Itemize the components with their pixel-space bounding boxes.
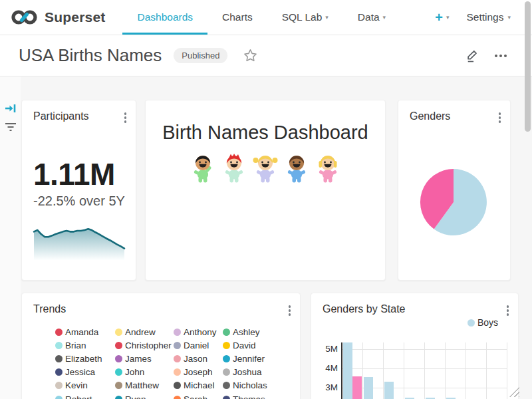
legend-label: Robert [65, 394, 92, 399]
legend-label: Ashley [233, 327, 260, 337]
legend-item-michael[interactable]: Michael [174, 379, 223, 392]
legend-item-matthew[interactable]: Matthew [115, 379, 174, 392]
legend-label: Christopher [125, 340, 172, 350]
legend-dot-icon [55, 396, 63, 399]
legend-item-christopher[interactable]: Christopher [115, 338, 174, 352]
trends-card: Trends AmandaAndrewAnthonyAshleyBrianChr… [21, 293, 301, 399]
nav-item-sql-lab[interactable]: SQL Lab▾ [267, 0, 343, 35]
kid-figure [283, 153, 310, 185]
legend-item-elizabeth[interactable]: Elizabeth [55, 352, 115, 365]
legend-label: Kevin [65, 380, 88, 390]
legend-label: Elizabeth [65, 354, 102, 364]
chart-menu-icon[interactable] [499, 110, 501, 123]
genders-pie-chart [419, 168, 488, 239]
gridline [383, 342, 384, 399]
legend-item-ryan[interactable]: Ryan [115, 392, 174, 399]
legend-item-robert[interactable]: Robert [55, 392, 115, 399]
published-badge[interactable]: Published [174, 48, 227, 63]
legend-label: James [125, 354, 152, 364]
page-title: USA Births Names [19, 45, 162, 66]
edit-pencil-icon[interactable] [465, 48, 480, 63]
legend-item-joshua[interactable]: Joshua [223, 366, 293, 379]
kid-figure [315, 153, 341, 185]
chart-menu-icon[interactable] [124, 110, 127, 123]
settings-menu-button[interactable]: Settings ▾ [466, 11, 511, 23]
legend-item-david[interactable]: David [223, 338, 293, 352]
dashboard-grid: Participants 1.11M -22.5% over 5Y Birth … [0, 76, 532, 399]
legend-item-amanda[interactable]: Amanda [55, 325, 115, 338]
legend-item-jennifer[interactable]: Jennifer [223, 352, 293, 365]
legend-item-ashley[interactable]: Ashley [223, 325, 293, 338]
nav-item-charts[interactable]: Charts [207, 0, 267, 35]
legend-label: Sarah [184, 394, 207, 399]
legend-item-anthony[interactable]: Anthony [174, 325, 223, 338]
scrollbar-thumb[interactable] [525, 1, 531, 132]
legend-dot-icon [55, 329, 63, 336]
legend-label: Boys [477, 317, 498, 328]
legend-dot-icon [174, 368, 181, 376]
superset-brand[interactable]: Superset [11, 9, 105, 26]
legend-item-jessica[interactable]: Jessica [55, 366, 115, 379]
bar-boys [384, 382, 394, 399]
favorite-star-icon[interactable] [243, 49, 257, 63]
nav-right: + ▾ Settings ▾ [435, 11, 521, 24]
legend-item-kevin[interactable]: Kevin [55, 379, 115, 392]
legend-item-andrew[interactable]: Andrew [115, 325, 174, 338]
legend-dot-icon [223, 329, 230, 336]
kid-figure [252, 153, 279, 185]
main-nav: DashboardsChartsSQL Lab▾Data▾ [122, 0, 400, 35]
legend-dot-icon [223, 368, 230, 376]
legend-item-james[interactable]: James [115, 352, 174, 365]
nav-item-data[interactable]: Data▾ [343, 0, 400, 35]
gridline [486, 342, 487, 399]
filter-icon[interactable] [5, 122, 17, 135]
chart-title: Genders [410, 110, 450, 122]
legend-item-daniel[interactable]: Daniel [174, 338, 223, 352]
participants-card: Participants 1.11M -22.5% over 5Y [21, 100, 136, 281]
legend-label: Joseph [184, 367, 213, 377]
legend-dot-icon [174, 329, 181, 336]
legend-label: Daniel [184, 340, 209, 350]
legend-item-sarah[interactable]: Sarah [174, 392, 223, 399]
chevron-down-icon: ▾ [383, 15, 386, 21]
legend-dot-icon [223, 355, 230, 362]
kids-illustration [146, 153, 385, 185]
settings-label: Settings [466, 11, 503, 23]
legend-dot-icon [467, 319, 475, 327]
legend-dot-icon [223, 382, 230, 389]
chart-title: Trends [33, 303, 66, 315]
kid-figure [190, 153, 216, 185]
legend-item-nicholas[interactable]: Nicholas [223, 379, 293, 392]
legend-item-john[interactable]: John [115, 366, 174, 379]
chart-menu-icon[interactable] [507, 303, 509, 316]
big-number-value: 1.11M [33, 156, 115, 192]
legend-item-boys[interactable]: Boys [467, 317, 498, 328]
legend-label: Amanda [65, 327, 98, 337]
legend-dot-icon [115, 329, 122, 336]
chevron-down-icon: ▾ [325, 15, 329, 21]
legend-item-joseph[interactable]: Joseph [174, 366, 223, 379]
legend-label: Thomas [233, 394, 265, 399]
expand-filter-bar-icon[interactable] [5, 103, 17, 116]
legend-label: David [233, 340, 256, 350]
gridline [342, 368, 507, 369]
gridline [507, 342, 507, 399]
legend-item-brian[interactable]: Brian [55, 338, 115, 352]
y-axis-tick-label: 4M [315, 363, 338, 373]
scrollbar [523, 0, 532, 399]
trends-legend: AmandaAndrewAnthonyAshleyBrianChristophe… [55, 325, 293, 399]
dashboard-header: USA Births Names Published [0, 35, 532, 76]
new-item-button[interactable]: + ▾ [435, 11, 449, 24]
legend-item-jason[interactable]: Jason [174, 352, 223, 365]
chart-menu-icon[interactable] [289, 303, 291, 316]
legend-label: Jennifer [233, 354, 265, 364]
y-axis-line [341, 342, 342, 399]
legend-item-thomas[interactable]: Thomas [223, 392, 293, 399]
more-actions-icon[interactable] [495, 55, 507, 57]
gridline [424, 342, 425, 399]
nav-item-dashboards[interactable]: Dashboards [122, 0, 207, 35]
bar-boys [343, 342, 352, 399]
gridline [445, 342, 446, 399]
legend-label: John [125, 367, 144, 377]
markdown-heading: Birth Names Dashboard [146, 122, 385, 144]
